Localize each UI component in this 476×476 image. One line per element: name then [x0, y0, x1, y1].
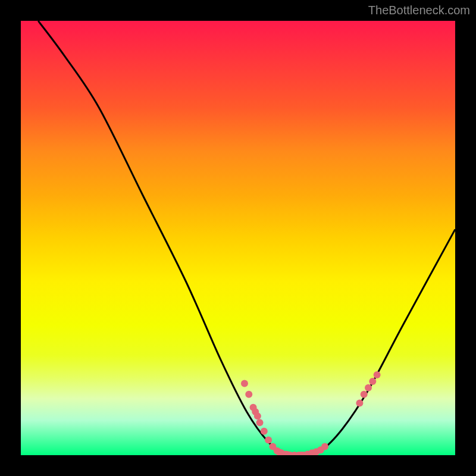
data-marker — [254, 412, 261, 419]
data-marker — [321, 443, 328, 450]
data-marker — [361, 391, 368, 398]
chart-container: TheBottleneck.com — [0, 0, 476, 476]
data-marker — [265, 436, 272, 443]
data-marker — [365, 384, 372, 392]
data-marker — [374, 371, 381, 378]
data-marker — [241, 380, 248, 387]
attribution-text: TheBottleneck.com — [368, 4, 470, 17]
data-marker — [261, 428, 268, 435]
marker-group — [241, 371, 381, 455]
data-marker — [369, 378, 376, 385]
data-marker — [245, 391, 252, 398]
chart-svg — [21, 21, 455, 455]
data-marker — [356, 399, 363, 406]
data-marker — [256, 419, 264, 426]
plot-area — [21, 21, 455, 455]
curve-group — [38, 21, 455, 455]
bottleneck-curve — [38, 21, 455, 455]
